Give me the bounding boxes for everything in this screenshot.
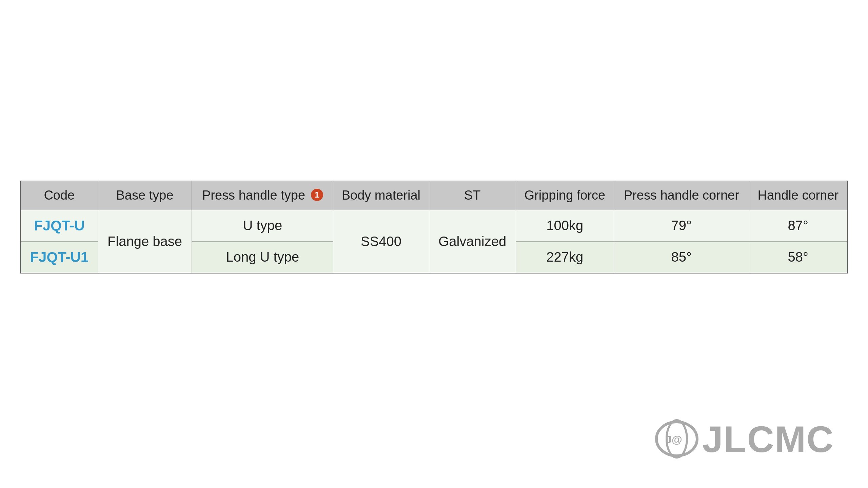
row1-press-handle-corner: 79°: [614, 210, 749, 241]
row2-press-handle-type: Long U type: [192, 241, 333, 273]
press-handle-type-label: Press handle type: [202, 188, 305, 202]
header-st: ST: [429, 181, 516, 210]
row1-base-type: Flange base: [98, 210, 192, 273]
row2-handle-corner: 58°: [749, 241, 847, 273]
table-header-row: Code Base type Press handle type 1 Body …: [21, 181, 847, 210]
row2-gripping-force: 227kg: [516, 241, 614, 273]
header-gripping-force: Gripping force: [516, 181, 614, 210]
logo-container: J@ JLCMC: [655, 417, 834, 461]
row2-code: FJQT-U1: [21, 241, 98, 273]
press-handle-badge: 1: [311, 189, 323, 201]
header-press-handle-corner: Press handle corner: [614, 181, 749, 210]
header-code: Code: [21, 181, 98, 210]
header-base-type: Base type: [98, 181, 192, 210]
table-container: Code Base type Press handle type 1 Body …: [20, 181, 848, 273]
row1-handle-corner: 87°: [749, 210, 847, 241]
row1-gripping-force: 100kg: [516, 210, 614, 241]
page-wrapper: Code Base type Press handle type 1 Body …: [0, 0, 868, 488]
row1-body-material: SS400: [333, 210, 429, 273]
header-body-material: Body material: [333, 181, 429, 210]
row1-st: Galvanized: [429, 210, 516, 273]
product-table: Code Base type Press handle type 1 Body …: [20, 181, 848, 273]
logo-text: JLCMC: [702, 418, 834, 461]
header-press-handle-type: Press handle type 1: [192, 181, 333, 210]
svg-text:J@: J@: [666, 433, 682, 446]
row1-press-handle-type: U type: [192, 210, 333, 241]
row2-press-handle-corner: 85°: [614, 241, 749, 273]
jlc-logo-icon: J@: [655, 417, 699, 461]
header-handle-corner: Handle corner: [749, 181, 847, 210]
table-row: FJQT-U Flange base U type SS400 Galvaniz…: [21, 210, 847, 241]
row1-code: FJQT-U: [21, 210, 98, 241]
